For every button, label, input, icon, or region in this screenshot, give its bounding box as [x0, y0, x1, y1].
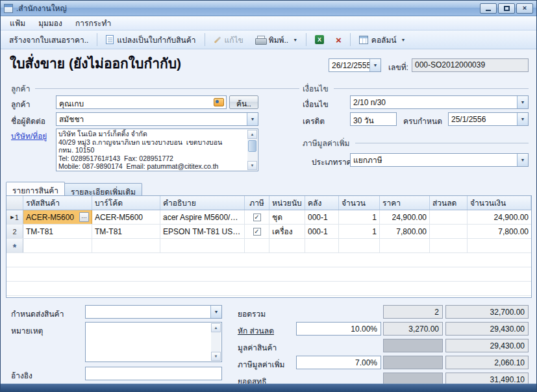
scrollbar-thumb[interactable]: [248, 140, 256, 152]
ellipsis-button[interactable]: …: [79, 212, 89, 222]
chevron-down-icon: ▼: [293, 38, 297, 42]
convert-to-invoice-button[interactable]: แปลงเป็นใบกำกับสินค้า: [101, 31, 201, 49]
customer-section-header: ลูกค้า: [11, 82, 299, 95]
cell-quantity[interactable]: 1: [339, 210, 380, 224]
scrollbar[interactable]: ▲ ▼: [211, 323, 221, 361]
tax-checkbox[interactable]: ✓: [253, 228, 261, 236]
cell-quantity[interactable]: 1: [339, 225, 380, 238]
cell-tax[interactable]: ✓: [245, 225, 269, 238]
window-controls: ×: [480, 3, 533, 14]
terms-label: เงื่อนไข: [303, 98, 329, 110]
edit-button[interactable]: แก้ไข: [208, 31, 249, 49]
cell-product-code[interactable]: TM-T81: [23, 225, 92, 238]
print-button[interactable]: พิมพ์.. ▼: [250, 31, 303, 49]
cell-description[interactable]: acer Aspire M5600/L7-…: [160, 210, 245, 224]
cell-price[interactable]: 7,800.00: [380, 225, 430, 238]
note-textarea[interactable]: ▲ ▼: [85, 322, 222, 362]
chevron-down-icon[interactable]: ▼: [247, 113, 258, 125]
delete-button[interactable]: ×: [331, 32, 347, 47]
title-bar[interactable]: .สำนักงานใหญ่ ×: [1, 1, 536, 16]
cell-price[interactable]: 24,900.00: [380, 210, 430, 224]
chevron-down-icon[interactable]: ▼: [517, 113, 528, 125]
note-label: หมายเหตุ: [11, 325, 43, 337]
discount-link[interactable]: หัก ส่วนลด: [238, 325, 274, 337]
column-header-discount[interactable]: ส่วนลด: [430, 196, 468, 210]
maximize-button[interactable]: [498, 3, 515, 14]
row-selector-header[interactable]: [6, 196, 23, 210]
table-row: ▶ 1 ACER-M5600 … ACER-M5600 acer Aspire …: [6, 210, 531, 225]
column-header-unit[interactable]: หน่วยนับ: [269, 196, 305, 210]
goods-value-field: 29,430.00: [445, 339, 529, 352]
grid-header-row: รหัสสินค้า บาร์โค้ด คำอธิบาย ภาษี หน่วยน…: [6, 196, 531, 210]
menu-file[interactable]: แฟ้ม: [3, 15, 32, 31]
customer-search-button[interactable]: ค้น..: [229, 95, 258, 109]
cell-amount[interactable]: 24,900.00: [468, 210, 531, 224]
scrollbar[interactable]: ▲ ▼: [247, 130, 257, 170]
address-textarea[interactable]: บริษัท โนเบิล มาร์เก็ตติ้ง จำกัด 40/29 ห…: [56, 129, 258, 171]
column-header-quantity[interactable]: จำนวน: [339, 196, 380, 210]
new-row-header[interactable]: *: [6, 239, 23, 252]
contact-combobox[interactable]: สมัชชา ▼: [56, 112, 258, 126]
discount-pct-input[interactable]: 10.00%: [296, 322, 381, 336]
company-address-link[interactable]: บริษัท/ที่อยู่: [11, 130, 47, 142]
cell-barcode[interactable]: TM-T81: [92, 225, 160, 238]
new-row[interactable]: *: [6, 239, 531, 253]
cell-barcode[interactable]: ACER-M5600: [92, 210, 160, 224]
chevron-down-icon[interactable]: ▼: [517, 154, 528, 166]
cell-description[interactable]: EPSON TM-T81 USB I…: [160, 225, 245, 238]
customer-name-input[interactable]: คุณเกบ: [56, 95, 227, 109]
due-date-combobox[interactable]: 25/1/2556 ▼: [448, 112, 529, 126]
chevron-down-icon[interactable]: ▼: [210, 306, 221, 318]
column-header-amount[interactable]: จำนวนเงิน: [468, 196, 531, 210]
delivery-label: กำหนดส่งสินค้า: [11, 308, 64, 320]
create-from-quote-button[interactable]: สร้างจากใบเสนอราคา..: [4, 31, 94, 49]
document-date-combobox[interactable]: 26/12/2555 ▼: [329, 58, 381, 72]
chevron-down-icon[interactable]: ▼: [517, 96, 528, 108]
tab-items[interactable]: รายการสินค้า: [6, 182, 65, 195]
total-qty-field: 2: [383, 305, 443, 319]
cell-warehouse[interactable]: 000-1: [305, 225, 339, 238]
column-header-barcode[interactable]: บาร์โค้ด: [92, 196, 160, 210]
status-bar: [1, 384, 536, 391]
menu-view[interactable]: มุมมอง: [32, 15, 69, 31]
scroll-down-icon[interactable]: ▼: [211, 352, 221, 361]
cell-unit[interactable]: เครื่อง: [269, 225, 305, 238]
price-type-combobox[interactable]: แยกภาษี ▼: [350, 153, 529, 167]
cell-product-code[interactable]: ACER-M5600 …: [23, 210, 92, 224]
scroll-up-icon[interactable]: ▲: [247, 130, 257, 139]
tax-checkbox[interactable]: ✓: [253, 214, 261, 221]
minimize-button[interactable]: [480, 3, 497, 14]
cell-discount[interactable]: [430, 225, 468, 238]
menu-action[interactable]: การกระทำ: [69, 15, 118, 31]
cell-unit[interactable]: ชุด: [269, 210, 305, 224]
column-header-price[interactable]: ราคา: [380, 196, 430, 210]
customer-card-icon[interactable]: [214, 98, 224, 106]
delivery-combobox[interactable]: ▼: [85, 305, 222, 319]
toolbar-separator: [350, 33, 351, 46]
scroll-down-icon[interactable]: ▼: [247, 161, 257, 170]
row-header[interactable]: 2: [6, 225, 23, 238]
cell-amount[interactable]: 7,800.00: [468, 225, 531, 238]
tab-more-details[interactable]: รายละเอียดเพิ่มเติม: [64, 183, 142, 195]
vat-pct-input[interactable]: 7.00%: [296, 356, 381, 369]
column-header-product-code[interactable]: รหัสสินค้า: [23, 196, 92, 210]
vat-section-header: ภาษีมูลค่าเพิ่ม: [303, 137, 529, 149]
export-excel-button[interactable]: X: [310, 32, 329, 47]
row-header[interactable]: ▶ 1: [6, 210, 23, 224]
cell-discount[interactable]: [430, 210, 468, 224]
column-header-tax[interactable]: ภาษี: [245, 196, 269, 210]
column-header-warehouse[interactable]: คลัง: [305, 196, 339, 210]
terms-combobox[interactable]: 2/10 n/30 ▼: [350, 95, 529, 109]
column-header-description[interactable]: คำอธิบาย: [160, 196, 245, 210]
columns-icon: [359, 36, 368, 44]
scroll-up-icon[interactable]: ▲: [211, 323, 221, 332]
chevron-down-icon[interactable]: ▼: [369, 59, 381, 71]
cell-tax[interactable]: ✓: [245, 210, 269, 224]
reference-input[interactable]: [85, 367, 222, 380]
columns-button[interactable]: คอลัมน์ ▼: [354, 31, 411, 49]
excel-icon: X: [315, 35, 324, 44]
cell-warehouse[interactable]: 000-1: [305, 210, 339, 224]
minimize-icon: [486, 10, 491, 11]
close-button[interactable]: ×: [516, 3, 533, 14]
credit-input[interactable]: 30 วัน: [350, 112, 397, 126]
